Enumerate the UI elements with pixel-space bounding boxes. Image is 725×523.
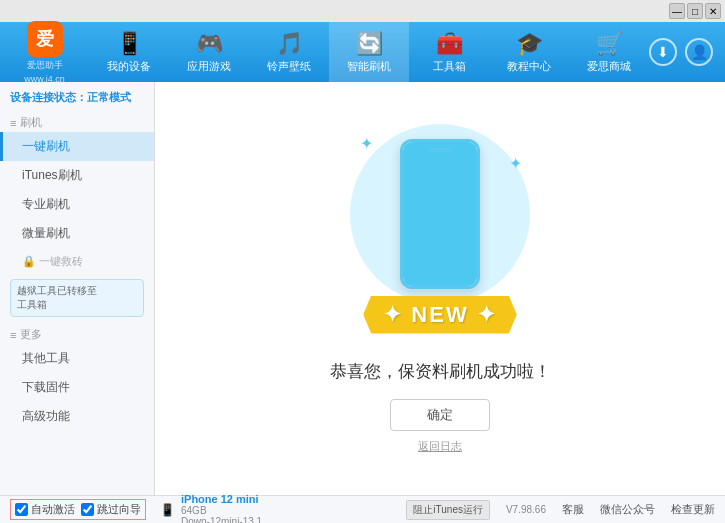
checkbox-group: 自动激活 跳过向导	[10, 499, 146, 520]
device-storage: 64GB	[181, 505, 262, 516]
toolbox-icon: 🧰	[436, 31, 463, 57]
stop-itunes-button[interactable]: 阻止iTunes运行	[406, 500, 490, 520]
sidebar-rescue-section: 🔒 一键救砖	[0, 248, 154, 275]
back-link[interactable]: 返回日志	[418, 439, 462, 454]
device-icon-small: 📱	[160, 503, 175, 517]
nav-ringtones[interactable]: 🎵 铃声壁纸	[249, 22, 329, 82]
bottom-left: 自动激活 跳过向导 📱 iPhone 12 mini 64GB Down-12m…	[10, 493, 262, 524]
version-label: V7.98.66	[506, 504, 546, 515]
sidebar-item-pro-flash[interactable]: 专业刷机	[0, 190, 154, 219]
nav-tutorial[interactable]: 🎓 教程中心	[489, 22, 569, 82]
nav-mall[interactable]: 🛒 爱思商城	[569, 22, 649, 82]
nav-toolbox-label: 工具箱	[433, 59, 466, 74]
sidebar-item-download-firmware[interactable]: 下载固件	[0, 373, 154, 402]
nav-right: ⬇ 👤	[649, 38, 725, 66]
status-value: 正常模式	[87, 91, 131, 103]
nav-my-device[interactable]: 📱 我的设备	[89, 22, 169, 82]
skip-wizard-input[interactable]	[81, 503, 94, 516]
logo-icon: 爱	[27, 21, 63, 57]
check-update-link[interactable]: 检查更新	[671, 502, 715, 517]
logo[interactable]: 爱 爱思助手 www.i4.cn	[0, 21, 89, 84]
download-button[interactable]: ⬇	[649, 38, 677, 66]
close-button[interactable]: ✕	[705, 3, 721, 19]
logo-name: 爱思助手	[27, 59, 63, 72]
maximize-button[interactable]: □	[687, 3, 703, 19]
success-text: 恭喜您，保资料刷机成功啦！	[330, 360, 551, 383]
save-flash-label: 微量刷机	[22, 226, 70, 240]
sidebar-item-other-tools[interactable]: 其他工具	[0, 344, 154, 373]
nav-toolbox[interactable]: 🧰 工具箱	[409, 22, 489, 82]
confirm-button[interactable]: 确定	[390, 399, 490, 431]
advanced-label: 高级功能	[22, 409, 70, 423]
apps-icon: 🎮	[196, 31, 223, 57]
nav-my-device-label: 我的设备	[107, 59, 151, 74]
phone-illustration: ✦ ✦ ✦ NEW ✦	[340, 124, 540, 344]
device-icon: 📱	[116, 31, 143, 57]
nav-apps-games[interactable]: 🎮 应用游戏	[169, 22, 249, 82]
user-button[interactable]: 👤	[685, 38, 713, 66]
device-details: iPhone 12 mini 64GB Down-12mini-13.1	[181, 493, 262, 524]
skip-wizard-label: 跳过向导	[97, 502, 141, 517]
notice-text: 越狱工具已转移至工具箱	[17, 285, 97, 310]
skip-wizard-checkbox[interactable]: 跳过向导	[81, 502, 141, 517]
one-click-flash-label: 一键刷机	[22, 139, 70, 153]
sidebar-notice: 越狱工具已转移至工具箱	[10, 279, 144, 317]
flash-section-icon: ≡	[10, 117, 16, 129]
sidebar-more-header: ≡ 更多	[0, 321, 154, 344]
sidebar-item-advanced[interactable]: 高级功能	[0, 402, 154, 431]
nav-mall-label: 爱思商城	[587, 59, 631, 74]
phone-screen	[403, 142, 477, 286]
download-firmware-label: 下载固件	[22, 380, 70, 394]
device-status: 设备连接状态：正常模式	[0, 86, 154, 109]
smart-flash-icon: 🔄	[356, 31, 383, 57]
nav-items: 📱 我的设备 🎮 应用游戏 🎵 铃声壁纸 🔄 智能刷机 🧰 工具箱 🎓 教程中心…	[89, 22, 649, 82]
new-ribbon: ✦ NEW ✦	[363, 296, 517, 334]
more-section-label: 更多	[20, 327, 42, 342]
auto-connect-input[interactable]	[15, 503, 28, 516]
rescue-label: 一键救砖	[39, 255, 83, 267]
nav-smart-flash[interactable]: 🔄 智能刷机	[329, 22, 409, 82]
flash-section-label: 刷机	[20, 115, 42, 130]
sidebar-flash-header: ≡ 刷机	[0, 109, 154, 132]
bottom-bar: 自动激活 跳过向导 📱 iPhone 12 mini 64GB Down-12m…	[0, 495, 725, 523]
ringtones-icon: 🎵	[276, 31, 303, 57]
device-info: 📱 iPhone 12 mini 64GB Down-12mini-13.1	[160, 493, 262, 524]
bottom-right: 阻止iTunes运行 V7.98.66 客服 微信公众号 检查更新	[406, 500, 715, 520]
sidebar-item-itunes-flash[interactable]: iTunes刷机	[0, 161, 154, 190]
more-section-icon: ≡	[10, 329, 16, 341]
wechat-link[interactable]: 微信公众号	[600, 502, 655, 517]
content-area: ✦ ✦ ✦ NEW ✦ 恭喜您，保资料刷机成功啦！ 确定 返回日志	[155, 82, 725, 495]
sparkle-left: ✦	[360, 134, 373, 153]
minimize-button[interactable]: —	[669, 3, 685, 19]
phone-notch	[430, 148, 450, 152]
auto-connect-label: 自动激活	[31, 502, 75, 517]
sidebar-item-save-flash[interactable]: 微量刷机	[0, 219, 154, 248]
phone-body	[400, 139, 480, 289]
lock-icon: 🔒	[22, 255, 36, 267]
sidebar: 设备连接状态：正常模式 ≡ 刷机 一键刷机 iTunes刷机 专业刷机 微量刷机…	[0, 82, 155, 495]
tutorial-icon: 🎓	[516, 31, 543, 57]
customer-service-link[interactable]: 客服	[562, 502, 584, 517]
nav-tutorial-label: 教程中心	[507, 59, 551, 74]
sparkle-right: ✦	[509, 154, 522, 173]
auto-connect-checkbox[interactable]: 自动激活	[15, 502, 75, 517]
main-layout: 设备连接状态：正常模式 ≡ 刷机 一键刷机 iTunes刷机 专业刷机 微量刷机…	[0, 82, 725, 495]
sidebar-item-one-click-flash[interactable]: 一键刷机	[0, 132, 154, 161]
status-label: 设备连接状态：	[10, 91, 87, 103]
itunes-flash-label: iTunes刷机	[22, 168, 82, 182]
mall-icon: 🛒	[596, 31, 623, 57]
device-version: Down-12mini-13.1	[181, 516, 262, 524]
pro-flash-label: 专业刷机	[22, 197, 70, 211]
title-bar: — □ ✕	[0, 0, 725, 22]
nav-ringtones-label: 铃声壁纸	[267, 59, 311, 74]
other-tools-label: 其他工具	[22, 351, 70, 365]
nav-smart-flash-label: 智能刷机	[347, 59, 391, 74]
header: 爱 爱思助手 www.i4.cn 📱 我的设备 🎮 应用游戏 🎵 铃声壁纸 🔄 …	[0, 22, 725, 82]
nav-apps-label: 应用游戏	[187, 59, 231, 74]
